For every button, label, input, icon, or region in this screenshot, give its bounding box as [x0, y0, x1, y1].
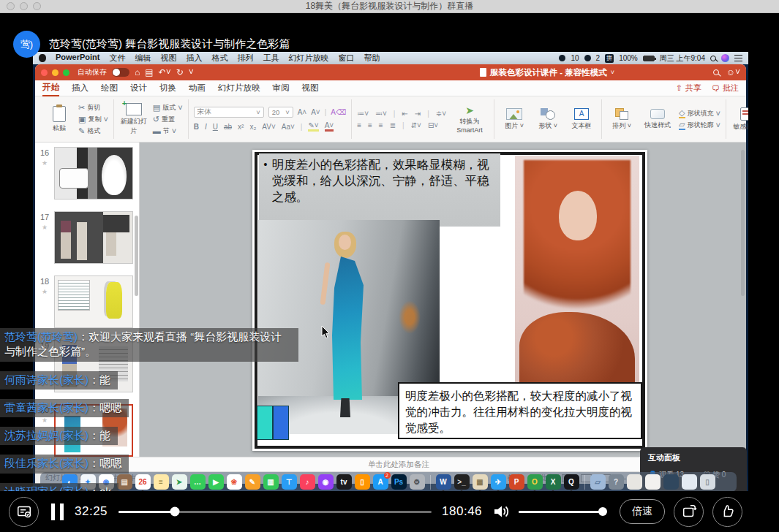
justify-button[interactable]: ≣ [390, 121, 396, 129]
streamer-avatar[interactable]: 莺) [13, 31, 40, 58]
format-painter-button[interactable]: ✎格式 [78, 126, 108, 136]
layout-button[interactable]: ▤版式˅ [153, 103, 183, 113]
font-size-select[interactable]: 20˅ [268, 107, 293, 118]
dock-minimized-window-3-icon[interactable] [663, 474, 679, 490]
dock-dingtalk-icon[interactable]: ✈ [491, 474, 506, 490]
copy-button[interactable]: ▣复制˅ [78, 115, 108, 124]
window-traffic-lights[interactable] [7, 2, 41, 10]
like-button[interactable] [712, 497, 742, 527]
dock-missing-app-icon[interactable]: ? [609, 474, 624, 490]
shrink-font-icon[interactable]: A˅ [311, 108, 320, 116]
thumbnail-image[interactable] [54, 211, 133, 264]
shapes-button[interactable]: 形状 ˅ [533, 108, 562, 131]
align-center-button[interactable]: ≡ [368, 121, 372, 129]
seek-bar[interactable] [118, 511, 432, 513]
section-button[interactable]: ▬节˅ [153, 126, 183, 136]
dock-downloads-folder-icon[interactable]: ▱ [590, 474, 606, 490]
dock-photoshop-icon[interactable]: Ps [391, 474, 407, 490]
cut-button[interactable]: ✂剪切 [78, 103, 108, 113]
home-icon[interactable]: ⌂ [135, 68, 140, 77]
shape-fill-button[interactable]: ◇形状填充˅ [679, 109, 720, 118]
align-text-button[interactable]: ⊟˅ [428, 121, 438, 129]
input-method-icon[interactable]: 拼 [605, 54, 614, 63]
menubar-clock[interactable]: 周三 上午9:04 [660, 53, 705, 64]
dock-qq-icon[interactable]: Q [564, 474, 579, 490]
dock-powerpoint-icon[interactable]: P [509, 474, 524, 490]
slide-thumbnail-18[interactable]: 18★ [35, 276, 140, 328]
align-right-button[interactable]: ≡ [379, 121, 383, 129]
slide-thumbnail-16[interactable]: 16★ [35, 147, 140, 200]
volume-slider[interactable] [519, 511, 605, 513]
reset-button[interactable]: ↺重置 [153, 115, 183, 124]
underline-button[interactable]: U [213, 123, 218, 131]
subscript-button[interactable]: x₂ [249, 123, 256, 131]
ribbon-tab-幻灯片放映[interactable]: 幻灯片放映 [218, 80, 260, 96]
update-badge-icon[interactable] [584, 55, 591, 61]
notification-bell-icon[interactable] [559, 55, 565, 61]
dock-apple-tv-icon[interactable]: tv [336, 474, 352, 490]
new-slide-button[interactable]: 新建幻灯片 [119, 103, 148, 136]
align-left-button[interactable]: ≡ [357, 121, 361, 129]
quick-styles-button[interactable]: 快速样式 [641, 109, 674, 130]
arrange-button[interactable]: 排列 ˅ [607, 108, 636, 131]
textbox-button[interactable]: A 文本框 [567, 108, 596, 131]
dock-minimized-window-1-icon[interactable] [627, 474, 642, 490]
strikethrough-button[interactable]: ab [224, 123, 232, 131]
italic-button[interactable]: I [205, 123, 207, 131]
ppt-search-icon[interactable] [713, 69, 719, 75]
doc-title-chevron-icon[interactable]: ˅ [611, 69, 614, 76]
slide-thumbnail-17[interactable]: 17★ [35, 211, 140, 264]
sensitivity-button[interactable]: 敏感度 ˅ [731, 107, 748, 132]
picture-button[interactable]: 图片 ˅ [500, 108, 529, 131]
dock-books-icon[interactable]: ▯ [355, 474, 370, 490]
dock-settings-icon[interactable]: ⚙ [410, 474, 425, 490]
chat-sender-name[interactable]: 沈苏拉妈妈(家长) [4, 429, 89, 441]
ribbon-tab-切换[interactable]: 切换 [159, 80, 176, 96]
menu-item-窗口[interactable]: 窗口 [339, 53, 355, 64]
notification-center-icon[interactable] [734, 55, 742, 61]
feedback-smiley-icon[interactable]: ☺˅ [726, 68, 740, 77]
thumbnail-image[interactable] [54, 147, 133, 200]
ribbon-tab-设计[interactable]: 设计 [130, 80, 147, 96]
dock-word-icon[interactable]: W [436, 474, 451, 490]
volume-knob[interactable] [598, 507, 607, 516]
dock-minimized-window-2-icon[interactable] [645, 474, 661, 490]
dock-podcasts-icon[interactable]: ◉ [318, 474, 334, 490]
numbering-button[interactable]: ≕˅ [375, 110, 387, 118]
dock-terminal-icon[interactable]: >_ [454, 474, 470, 490]
seek-knob[interactable] [170, 507, 180, 517]
ppt-traffic-lights[interactable] [41, 69, 69, 76]
dock-trash-icon[interactable]: ▯ [700, 474, 715, 490]
clear-format-icon[interactable]: A⌫ [331, 108, 346, 116]
line-spacing-button[interactable]: ≑˅ [436, 110, 446, 118]
toolbar-more-icon[interactable]: ˅ [189, 68, 194, 77]
redo-icon[interactable]: ↻ [176, 68, 184, 77]
slide-area-scrollbar[interactable] [741, 150, 745, 296]
playback-speed-button[interactable]: 倍速 [620, 499, 665, 524]
ribbon-tab-审阅[interactable]: 审阅 [273, 80, 290, 96]
autosave-toggle[interactable] [112, 68, 129, 77]
dock-minimized-window-4-icon[interactable] [682, 474, 697, 490]
char-spacing-button[interactable]: AV˅ [262, 123, 275, 131]
slide-canvas[interactable]: • 明度差小的色彩搭配，效果略显模糊，视觉缓和，给人以深沉、宁静，舒适、平稳之感… [252, 150, 647, 451]
ribbon-tab-插入[interactable]: 插入 [72, 80, 89, 96]
paste-button[interactable]: 粘贴 [45, 106, 74, 133]
ribbon-tab-开始[interactable]: 开始 [42, 80, 59, 96]
menu-item-幻灯片放映[interactable]: 幻灯片放映 [289, 53, 329, 64]
superscript-button[interactable]: x² [238, 123, 244, 131]
slide-caption-text[interactable]: 明度差极小的色彩搭配，较大程度的减小了视觉的冲击力。往往用材料的变化拉大明度的视… [398, 382, 642, 439]
rotate-screen-button[interactable] [674, 497, 704, 527]
dock-excel-icon[interactable]: X [546, 474, 561, 490]
dock-archive-utility-icon[interactable]: ▦ [473, 474, 488, 490]
grow-font-icon[interactable]: A˄ [298, 108, 307, 116]
thumbnail-image[interactable] [54, 276, 133, 328]
font-color-button[interactable]: A˅ [325, 121, 334, 132]
smartart-button[interactable]: ➤ 转换为SmartArt [451, 105, 489, 134]
highlight-button[interactable]: ✎˅ [308, 121, 318, 132]
bullets-button[interactable]: ≔˅ [357, 110, 369, 118]
outdent-button[interactable]: ⇤ [402, 110, 407, 118]
undo-icon[interactable]: ↶˅ [159, 68, 171, 77]
dock-open-app-icon[interactable]: O [527, 474, 543, 490]
ribbon-tab-绘图[interactable]: 绘图 [101, 80, 118, 96]
share-button[interactable]: ⇧ 共享 [676, 83, 701, 94]
